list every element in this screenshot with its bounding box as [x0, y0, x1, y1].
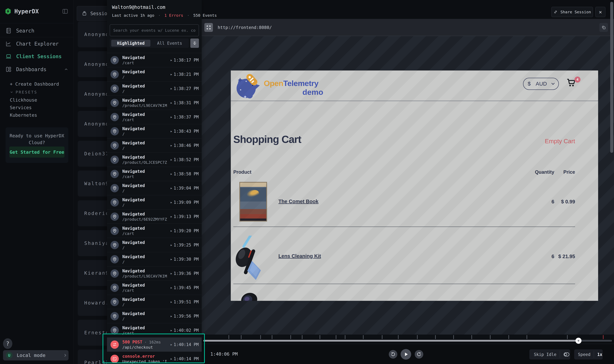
cart-count-badge: 4 [574, 77, 581, 83]
presets-toggle[interactable]: PRESETS [0, 88, 74, 96]
timeline-ticks[interactable] [202, 335, 614, 339]
event-time[interactable]: ▶1:39:45 PM [171, 285, 199, 290]
event-row[interactable]: Navigated /cart ▶1:40:02 PM [107, 323, 202, 338]
event-time[interactable]: ▶1:39:30 PM [171, 257, 199, 262]
product-image-lens-kit[interactable] [235, 236, 271, 280]
copy-url-button[interactable] [599, 23, 608, 32]
timeline-playhead[interactable] [575, 338, 582, 344]
skip-idle-toggle[interactable]: Skip Idle [529, 349, 570, 360]
close-button[interactable]: ✕ [595, 7, 605, 17]
event-time[interactable]: ▶1:38:27 PM [171, 86, 199, 91]
event-row[interactable]: Navigated / ▶1:39:25 PM [107, 238, 202, 252]
event-time[interactable]: ▶1:38:43 PM [171, 129, 199, 134]
event-row[interactable]: Navigated / ▶1:38:27 PM [107, 82, 202, 96]
separator: · [187, 13, 190, 18]
chevron-down-icon [10, 90, 13, 94]
event-title: console.error [122, 354, 155, 359]
event-detail: / [122, 260, 167, 264]
event-time[interactable]: ▶1:39:20 PM [171, 228, 199, 233]
event-row[interactable]: Navigated /cart ▶1:38:58 PM [107, 167, 202, 181]
event-row[interactable]: Navigated /product/6E92ZMYYFZ ▶1:39:13 P… [107, 209, 202, 224]
fullscreen-button[interactable] [204, 23, 213, 32]
sidebar-item-search[interactable]: Search [0, 25, 74, 37]
collapse-events-button[interactable] [190, 39, 199, 48]
event-row[interactable]: 500 POST· 162ms /api/checkout ▶1:40:14 P… [107, 338, 202, 352]
play-marker-icon: ▶ [171, 357, 172, 360]
event-time[interactable]: ▶1:38:21 PM [171, 72, 199, 77]
currency-selector[interactable]: $ AUD [523, 78, 559, 90]
product-link[interactable]: The Comet Book [278, 199, 318, 204]
event-row[interactable]: Navigated /product/OLJCESPC7Z ▶1:38:52 P… [107, 153, 202, 167]
event-time[interactable]: ▶1:39:09 PM [171, 200, 199, 205]
event-time[interactable]: ▶1:39:36 PM [171, 271, 199, 276]
sidebar-item-clickhouse[interactable]: Clickhouse [0, 96, 74, 104]
column-header-product: Product [233, 169, 251, 175]
event-row[interactable]: console.error Unexpected token 'I'… ▶1:4… [107, 352, 202, 364]
fast-forward-button[interactable] [415, 350, 423, 359]
event-time[interactable]: ▶1:39:13 PM [171, 214, 199, 219]
event-time[interactable]: ▶1:39:51 PM [171, 299, 199, 304]
play-marker-icon: ▶ [171, 229, 172, 232]
product-image-comet-book[interactable] [239, 182, 267, 221]
get-started-button[interactable]: Get Started for Free [9, 146, 65, 157]
create-dashboard-button[interactable]: + Create Dashboard [0, 79, 74, 88]
event-time[interactable]: ▶1:39:25 PM [171, 243, 199, 247]
event-time[interactable]: ▶1:40:14 PM [171, 342, 199, 347]
session-user-title: Walton9@hotmail.com [112, 4, 165, 10]
divider [202, 344, 614, 344]
sidebar-item-client-sessions[interactable]: Client Sessions [0, 50, 74, 63]
event-row[interactable]: Navigated /cart ▶1:39:45 PM [107, 281, 202, 295]
tab-all-events[interactable]: All Events [150, 41, 189, 46]
scrollbar[interactable] [610, 2, 613, 153]
event-time[interactable]: ▶1:40:14 PM [171, 356, 199, 361]
timeline-tick [603, 335, 603, 339]
sidebar-item-chart-explorer[interactable]: Chart Explorer [0, 38, 74, 50]
play-button[interactable] [401, 349, 411, 360]
event-main: Navigated /product/OLJCESPC7Z [122, 155, 167, 165]
sidebar-item-services[interactable]: Services [0, 104, 74, 111]
event-detail: / [122, 317, 167, 321]
event-time[interactable]: ▶1:38:31 PM [171, 100, 199, 105]
event-row[interactable]: Navigated / ▶1:39:09 PM [107, 195, 202, 209]
currency-symbol: $ [528, 81, 531, 87]
cart-button[interactable]: 4 [566, 78, 581, 91]
event-row[interactable]: Navigated /product/L9ECAV7KIM ▶1:39:36 P… [107, 266, 202, 281]
expand-icon [206, 25, 211, 30]
event-time[interactable]: ▶1:39:04 PM [171, 186, 199, 191]
speed-control[interactable]: Speed 1x [574, 349, 603, 360]
event-row[interactable]: Navigated / ▶1:38:46 PM [107, 138, 202, 153]
event-row[interactable]: Navigated / ▶1:38:43 PM [107, 124, 202, 138]
event-row[interactable]: Navigated / ▶1:39:51 PM [107, 295, 202, 309]
event-row[interactable]: Navigated / ▶1:39:04 PM [107, 181, 202, 195]
event-time[interactable]: ▶1:38:37 PM [171, 115, 199, 119]
event-row[interactable]: Navigated /cart ▶1:38:37 PM [107, 110, 202, 124]
event-timestamp: 1:38:43 PM [174, 129, 199, 134]
event-main: Navigated / [122, 84, 167, 93]
tab-highlighted[interactable]: Highlighted [111, 40, 150, 47]
event-time[interactable]: ▶1:39:56 PM [171, 314, 199, 319]
local-mode-button[interactable]: U Local mode [3, 350, 68, 361]
event-row[interactable]: Navigated /cart ▶1:39:20 PM [107, 224, 202, 238]
event-search-input[interactable] [110, 25, 199, 36]
event-row[interactable]: Navigated / ▶1:38:21 PM [107, 67, 202, 82]
sidebar-item-dashboards[interactable]: Dashboards [0, 63, 74, 75]
empty-cart-link[interactable]: Empty Cart [537, 138, 575, 145]
event-row[interactable]: Navigated /cart ▶1:38:17 PM [107, 53, 202, 67]
help-button[interactable]: ? [3, 338, 12, 349]
event-time[interactable]: ▶1:38:52 PM [171, 157, 199, 162]
event-time[interactable]: ▶1:40:02 PM [171, 328, 199, 333]
product-link[interactable]: Lens Cleaning Kit [278, 253, 321, 259]
event-row[interactable]: Navigated /product/L9ECAV7KIM ▶1:38:31 P… [107, 96, 202, 110]
last-active-label: Last active 1h ago [112, 13, 154, 18]
event-row[interactable]: Navigated / ▶1:39:30 PM [107, 252, 202, 266]
event-time[interactable]: ▶1:38:58 PM [171, 171, 199, 176]
event-detail: /cart [122, 174, 167, 179]
event-time[interactable]: ▶1:38:46 PM [171, 143, 199, 148]
share-session-button[interactable]: Share Session [551, 7, 593, 17]
timeline-progress-bar[interactable] [203, 340, 612, 342]
sidebar-item-kubernetes[interactable]: Kubernetes [0, 111, 74, 119]
event-time[interactable]: ▶1:38:17 PM [171, 58, 199, 63]
sidebar-collapse-icon[interactable] [61, 8, 69, 15]
event-row[interactable]: Navigated / ▶1:39:56 PM [107, 309, 202, 323]
rewind-button[interactable] [389, 350, 397, 359]
